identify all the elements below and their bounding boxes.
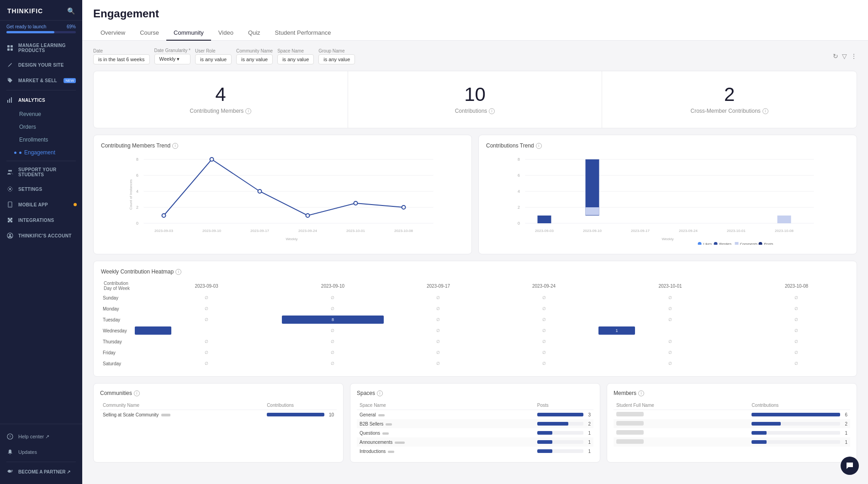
sidebar-item-settings[interactable]: SETTINGS — [0, 181, 82, 197]
metric-label: Contributions i — [455, 108, 495, 114]
metric-label: Cross-Member Contributions i — [690, 108, 768, 114]
blurred-bar — [161, 414, 170, 416]
sidebar-item-manage-learning[interactable]: MANAGE LEARNING PRODUCTS — [0, 39, 82, 57]
day-label: Tuesday — [101, 314, 133, 325]
metric-value: 2 — [724, 85, 735, 104]
heatmap-day-header: Contribution Day of Week — [101, 279, 133, 292]
student-name-cell — [614, 437, 749, 447]
info-icon[interactable]: i — [377, 390, 383, 396]
svg-point-9 — [10, 170, 12, 172]
space-name-filter-pill[interactable]: is any value — [277, 54, 314, 64]
tab-quiz[interactable]: Quiz — [241, 26, 268, 41]
info-icon[interactable]: i — [638, 390, 644, 396]
svg-point-31 — [306, 214, 310, 217]
sidebar-item-orders[interactable]: Orders — [0, 121, 82, 133]
bar-fill — [537, 413, 584, 416]
grid-icon — [6, 44, 14, 52]
sidebar-item-enrollments[interactable]: Enrollments — [0, 133, 82, 146]
svg-text:2023-09-17: 2023-09-17 — [631, 229, 650, 233]
chat-button[interactable] — [841, 457, 859, 475]
nav-divider — [6, 161, 76, 161]
sidebar-logo: THINKIFIC 🔍 — [0, 0, 82, 21]
become-partner-button[interactable]: BECOME A PARTNER ↗ — [0, 464, 82, 479]
search-icon[interactable]: 🔍 — [67, 7, 75, 15]
heatmap-row: Monday ∅ ∅ ∅ ∅ ∅ ∅ — [101, 303, 849, 314]
sidebar-item-revenue[interactable]: Revenue — [0, 108, 82, 121]
spaces-title: Spaces i — [357, 390, 593, 396]
svg-text:Weekly: Weekly — [286, 237, 297, 241]
bar-cell: 3 — [537, 412, 591, 417]
heatmap-cell: ∅ — [493, 359, 595, 368]
tab-overview[interactable]: Overview — [93, 26, 132, 41]
bar-cell: 1 — [537, 431, 591, 436]
bar-fill — [537, 422, 568, 426]
svg-text:2023-09-03: 2023-09-03 — [154, 229, 173, 233]
bar-bg — [537, 413, 584, 416]
group-name-filter-pill[interactable]: is any value — [318, 54, 355, 64]
metric-value: 10 — [464, 85, 486, 104]
heatmap-cell: 8 — [282, 316, 384, 324]
svg-text:Posts: Posts — [764, 242, 773, 245]
bar-fill — [267, 413, 324, 416]
info-icon[interactable]: i — [172, 143, 178, 149]
table-row: General 3 — [357, 410, 593, 420]
granularity-filter-pill[interactable]: Weekly — [154, 54, 191, 64]
filter-icon[interactable]: ▽ — [842, 53, 847, 60]
chart-title: Contributing Members Trend i — [101, 142, 464, 149]
tab-video[interactable]: Video — [211, 26, 241, 41]
info-icon[interactable]: i — [489, 108, 495, 114]
refresh-icon[interactable]: ↻ — [833, 53, 838, 60]
bar-bg — [537, 422, 584, 426]
blurred-bar — [382, 432, 389, 435]
heatmap-week-header: 2023-10-08 — [744, 279, 849, 292]
sidebar-item-support-students[interactable]: SUPPORT YOUR STUDENTS — [0, 163, 82, 181]
day-label: Friday — [101, 347, 133, 358]
date-filter-pill[interactable]: is in the last 6 weeks — [93, 54, 150, 64]
info-icon[interactable]: i — [536, 143, 542, 149]
table-row: Selling at Scale Community 10 — [100, 410, 337, 420]
spaces-table: Space Name Posts General — [357, 401, 593, 456]
chart-icon — [6, 96, 14, 104]
heatmap-cell: ∅ — [282, 294, 384, 302]
bar-bg — [267, 413, 324, 416]
info-icon[interactable]: i — [175, 269, 181, 275]
sidebar-item-mobile-app[interactable]: MOBILE APP — [0, 197, 82, 212]
blurred-name — [616, 430, 644, 435]
tab-course[interactable]: Course — [132, 26, 166, 41]
tab-community[interactable]: Community — [166, 26, 211, 41]
bar-bg — [752, 431, 840, 435]
sidebar-item-integrations[interactable]: INTEGRATIONS — [0, 212, 82, 228]
sidebar-item-thinkific-account[interactable]: THINKIFIC'S ACCOUNT — [0, 228, 82, 243]
sidebar-nav: MANAGE LEARNING PRODUCTS DESIGN YOUR SIT… — [0, 35, 82, 424]
sidebar-item-label: THINKIFIC'S ACCOUNT — [18, 233, 72, 238]
info-icon[interactable]: i — [762, 108, 768, 114]
table-row: 2 — [614, 419, 850, 428]
info-icon[interactable]: i — [134, 390, 140, 396]
sidebar-item-market-sell[interactable]: MARKET & SELL NEW — [0, 73, 82, 88]
more-icon[interactable]: ⋮ — [851, 53, 857, 60]
space-name-cell: Introductions — [357, 447, 535, 456]
student-name-cell — [614, 410, 749, 420]
sidebar-item-engagement[interactable]: Engagement — [0, 146, 82, 159]
svg-text:2023-10-01: 2023-10-01 — [727, 229, 746, 233]
col-community-name: Community Name — [100, 401, 264, 410]
updates-button[interactable]: Updates — [0, 444, 82, 460]
community-name-filter-pill[interactable]: is any value — [236, 54, 273, 64]
heatmap-cell: ∅ — [746, 337, 847, 346]
tab-student-performance[interactable]: Student Performance — [268, 26, 339, 41]
group-name-filter-label: Group Name — [318, 48, 355, 53]
charts-row: Contributing Members Trend i 8 6 4 2 0 — [93, 135, 857, 254]
space-name-cell: General — [357, 410, 535, 420]
sidebar-item-design-site[interactable]: DESIGN YOUR SITE — [0, 57, 82, 73]
heatmap-cell: ∅ — [282, 359, 384, 368]
svg-rect-5 — [7, 100, 8, 103]
sidebar-item-analytics[interactable]: ANALYTICS — [0, 92, 82, 108]
day-label: Saturday — [101, 358, 133, 369]
svg-rect-54 — [778, 216, 791, 223]
help-center-button[interactable]: ? Help center ↗ — [0, 429, 82, 444]
info-icon[interactable]: i — [245, 108, 251, 114]
sidebar-sub-label: Orders — [19, 124, 36, 130]
user-role-filter-pill[interactable]: is any value — [195, 54, 232, 64]
svg-text:Replies: Replies — [720, 242, 732, 245]
svg-text:2: 2 — [136, 205, 138, 210]
